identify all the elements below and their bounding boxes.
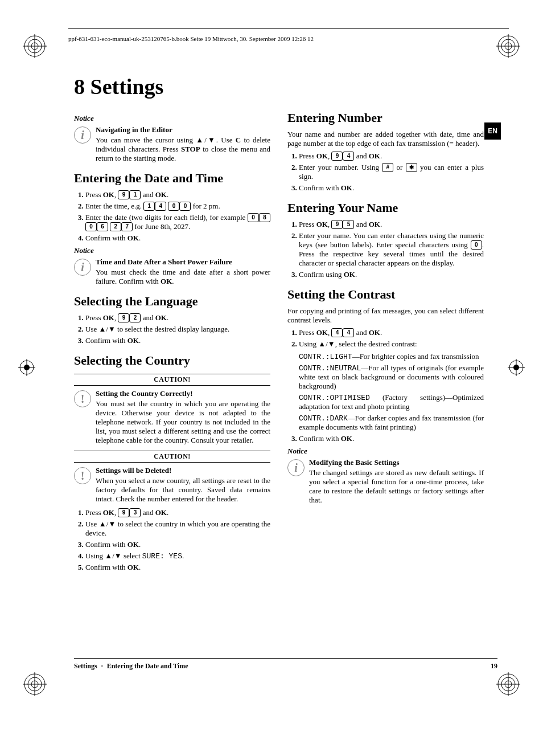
svg-point-27: [513, 365, 519, 370]
contrast-option-light: CONTR.:LIGHT—For brighter copies and fax…: [299, 352, 484, 361]
intro-number: Your name and number are added together …: [287, 130, 484, 148]
contrast-option-dark: CONTR.:DARK—For darker copies and fax tr…: [299, 414, 484, 432]
language-badge: EN: [484, 122, 501, 140]
notice-body: The changed settings are stored as new d…: [309, 468, 484, 505]
corner-mark-br: [496, 672, 520, 696]
caution-title: Setting the Country Correctly!: [96, 389, 270, 398]
info-icon: i: [287, 459, 305, 476]
page-number: 19: [491, 662, 497, 671]
steps-date-time: Press OK, 91 and OK. Enter the time, e.g…: [74, 190, 270, 243]
steps-language: Press OK, 92 and OK. Use ▲/▼ to select t…: [74, 313, 270, 345]
warning-icon: !: [74, 467, 91, 484]
steps-number: Press OK, 94 and OK. Enter your number. …: [287, 152, 484, 193]
steps-contrast-cont: Confirm with OK.: [287, 434, 484, 443]
caution-body: You must set the country in which you ar…: [96, 399, 270, 445]
intro-contrast: For copying and printing of fax messages…: [287, 307, 484, 325]
notice-label: Notice: [74, 246, 270, 255]
corner-mark-tl: [23, 34, 47, 58]
key-9: 9: [118, 190, 129, 199]
info-icon: i: [74, 259, 91, 276]
page-footer: Settings · Entering the Date and Time 19: [74, 658, 497, 671]
notice-title: Modifying the Basic Settings: [309, 458, 484, 467]
key-star: ✱: [406, 163, 417, 172]
header-rule: [68, 28, 509, 29]
contrast-option-neutral: CONTR.:NEUTRAL—For all types of original…: [299, 363, 484, 391]
footer-section: Settings: [74, 662, 97, 670]
footer-subsection: Entering the Date and Time: [107, 662, 188, 670]
heading-contrast: Setting the Contrast: [287, 287, 484, 302]
notice-body: You must check the time and date after a…: [96, 268, 270, 286]
corner-mark-bl: [23, 672, 47, 696]
notice-title: Time and Date After a Short Power Failur…: [96, 258, 270, 267]
steps-name: Press OK, 95 and OK. Enter your name. Yo…: [287, 220, 484, 279]
left-column: Notice i Navigating in the Editor You ca…: [74, 111, 270, 575]
heading-date-time: Entering the Date and Time: [74, 171, 270, 186]
notice-label: Notice: [287, 447, 484, 456]
key-hash: #: [382, 163, 393, 172]
caution-banner: CAUTION!: [74, 451, 270, 463]
warning-icon: !: [74, 390, 91, 407]
caution-title: Settings will be Deleted!: [96, 466, 270, 475]
header-text: ppf-631-631-eco-manual-uk-253120765-b.bo…: [68, 35, 314, 42]
caution-body: When you select a new country, all setti…: [96, 476, 270, 504]
key-1: 1: [129, 190, 141, 199]
info-icon: i: [74, 126, 91, 144]
heading-number: Entering Number: [287, 111, 484, 125]
notice-label: Notice: [74, 114, 270, 123]
heading-name: Entering Your Name: [287, 201, 484, 215]
corner-mark-tr: [496, 34, 520, 58]
chapter-title: 8 Settings: [74, 74, 484, 99]
reg-mark-left: [18, 359, 35, 376]
svg-point-23: [24, 365, 30, 370]
steps-contrast: Press OK, 44 and OK. Using ▲/▼, select t…: [287, 328, 484, 349]
right-column: Entering Number Your name and number are…: [287, 111, 484, 575]
heading-country: Selecting the Country: [74, 353, 270, 368]
reg-mark-right: [508, 359, 525, 376]
notice-body: You can move the cursor using ▲/▼. Use C…: [96, 136, 270, 163]
steps-country: Press OK, 93 and OK. Use ▲/▼ to select t…: [74, 508, 270, 572]
notice-title: Navigating in the Editor: [96, 125, 270, 134]
heading-language: Selecting the Language: [74, 294, 270, 309]
contrast-option-optimised: CONTR.:OPTIMISED (Factory settings)—Opti…: [299, 393, 484, 411]
caution-banner: CAUTION!: [74, 374, 270, 386]
